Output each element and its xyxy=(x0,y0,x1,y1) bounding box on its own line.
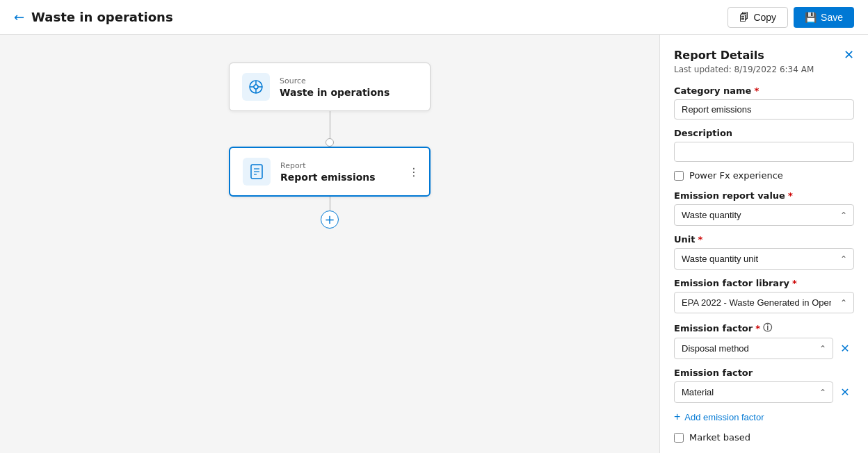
connector-circle xyxy=(326,138,334,147)
market-based-checkbox[interactable] xyxy=(674,433,684,443)
add-line xyxy=(330,197,330,211)
copy-button[interactable]: 🗐 Copy xyxy=(728,7,788,28)
add-node-button[interactable]: + xyxy=(321,197,339,229)
panel-title: Report Details xyxy=(674,49,764,62)
market-based-row: Market based xyxy=(674,432,854,443)
description-label: Description xyxy=(674,128,854,138)
add-plus-icon[interactable]: + xyxy=(321,211,339,229)
category-name-required: * xyxy=(754,85,759,96)
emission-factor-1-wrapper: Disposal method ⌃ xyxy=(674,338,833,359)
unit-wrapper: Waste quantity unit ⌃ xyxy=(674,248,854,270)
emission-factor-required: * xyxy=(755,323,760,333)
market-based-label: Market based xyxy=(689,432,750,443)
emission-factor-library-label: Emission factor library * xyxy=(674,278,854,288)
source-node-type: Source xyxy=(280,76,389,85)
unit-select[interactable]: Waste quantity unit xyxy=(674,248,854,270)
emission-report-value-wrapper: Waste quantity ⌃ xyxy=(674,204,854,226)
emission-factor-2-clear-button[interactable]: ✕ xyxy=(836,384,854,402)
power-fx-row: Power Fx experience xyxy=(674,170,854,181)
category-name-input[interactable] xyxy=(674,99,854,120)
add-factor-label: Add emission factor xyxy=(684,412,764,422)
emission-factor-info-icon[interactable]: ⓘ xyxy=(763,322,772,334)
save-label: Save xyxy=(821,12,843,23)
report-node-text: Report Report emissions xyxy=(280,161,376,183)
report-node-name: Report emissions xyxy=(280,172,376,183)
panel-subtitle: Last updated: 8/19/2022 6:34 AM xyxy=(674,65,854,74)
top-bar-left: ← Waste in operations xyxy=(14,10,173,24)
top-bar-actions: 🗐 Copy 💾 Save xyxy=(728,7,854,28)
copy-label: Copy xyxy=(753,12,776,23)
right-panel: Report Details ✕ Last updated: 8/19/2022… xyxy=(659,35,868,453)
emission-report-value-required: * xyxy=(788,190,793,201)
emission-factor-1-clear-button[interactable]: ✕ xyxy=(836,340,854,358)
main-area: Source Waste in operations xyxy=(0,35,868,453)
unit-label: Unit * xyxy=(674,234,854,245)
source-node-icon xyxy=(242,73,270,101)
power-fx-checkbox[interactable] xyxy=(674,171,684,181)
source-node-name: Waste in operations xyxy=(280,87,389,98)
close-button[interactable]: ✕ xyxy=(844,49,854,61)
add-factor-plus-icon: + xyxy=(674,411,680,422)
emission-factor-label: Emission factor * ⓘ xyxy=(674,322,854,334)
save-button[interactable]: 💾 Save xyxy=(794,7,854,28)
panel-header: Report Details ✕ xyxy=(674,49,854,62)
power-fx-label: Power Fx experience xyxy=(689,170,783,181)
emission-factor-library-required: * xyxy=(792,278,797,288)
emission-factor-2-select[interactable]: Material xyxy=(674,381,833,403)
emission-report-value-label: Emission report value * xyxy=(674,190,854,201)
unit-required: * xyxy=(698,234,702,245)
connector xyxy=(326,111,334,147)
emission-factor-library-wrapper: EPA 2022 - Waste Generated in Opera... ⌃ xyxy=(674,292,854,313)
emission-factor-1-row: Disposal method ⌃ ✕ xyxy=(674,338,854,359)
emission-factor-1-select[interactable]: Disposal method xyxy=(674,338,833,359)
emission-factor-2-label: Emission factor xyxy=(674,368,854,378)
node-menu-icon[interactable]: ⋮ xyxy=(408,165,419,179)
category-name-label: Category name * xyxy=(674,85,854,96)
report-node-icon xyxy=(243,158,271,186)
emission-factor-2-row: Material ⌃ ✕ xyxy=(674,381,854,403)
copy-icon: 🗐 xyxy=(739,12,749,23)
report-node-type: Report xyxy=(280,161,376,170)
source-node-text: Source Waste in operations xyxy=(280,76,389,98)
save-icon: 💾 xyxy=(805,12,817,23)
back-button[interactable]: ← xyxy=(14,11,24,24)
add-emission-factor-button[interactable]: + Add emission factor xyxy=(674,411,854,422)
svg-point-1 xyxy=(254,85,258,89)
source-node[interactable]: Source Waste in operations xyxy=(229,63,431,111)
description-input[interactable] xyxy=(674,142,854,162)
connector-line xyxy=(330,111,330,139)
emission-factor-2-wrapper: Material ⌃ xyxy=(674,381,833,403)
node-container: Source Waste in operations xyxy=(229,63,431,229)
page-title: Waste in operations xyxy=(31,10,173,24)
emission-report-value-select[interactable]: Waste quantity xyxy=(674,204,854,226)
emission-factor-library-select[interactable]: EPA 2022 - Waste Generated in Opera... xyxy=(674,292,854,313)
report-node[interactable]: Report Report emissions ⋮ xyxy=(229,147,431,197)
top-bar: ← Waste in operations 🗐 Copy 💾 Save xyxy=(0,0,868,35)
canvas-area: Source Waste in operations xyxy=(0,35,659,453)
